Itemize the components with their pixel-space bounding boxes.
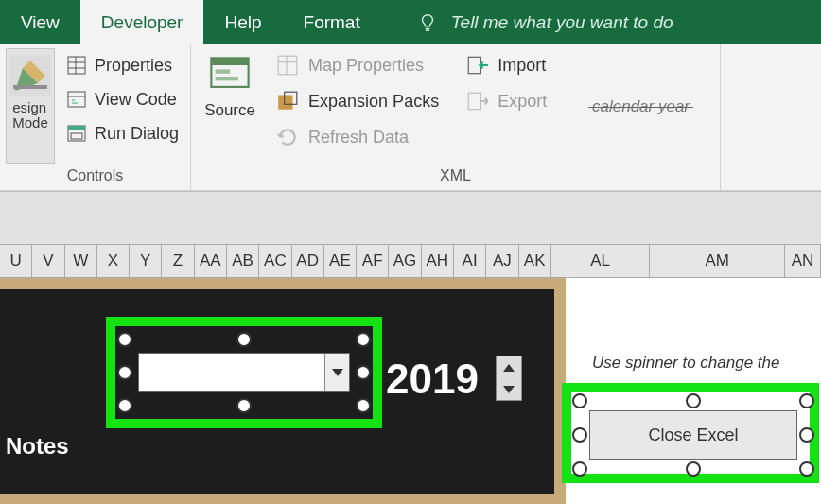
selection-handle[interactable]: [799, 393, 814, 408]
column-header[interactable]: AH: [422, 245, 454, 277]
selection-handle[interactable]: [356, 398, 371, 413]
selection-handle[interactable]: [356, 332, 371, 347]
column-header[interactable]: AA: [195, 245, 227, 277]
column-header[interactable]: AN: [785, 245, 821, 277]
selection-handle[interactable]: [117, 398, 132, 413]
selection-handle[interactable]: [356, 365, 371, 380]
formula-bar-area: [0, 191, 821, 244]
properties-icon: [66, 55, 87, 76]
map-properties-icon: [276, 54, 299, 77]
ribbon-tabs: View Developer Help Format Tell me what …: [0, 0, 821, 44]
selection-handle[interactable]: [572, 393, 587, 408]
svg-rect-3: [68, 57, 85, 74]
selection-handle[interactable]: [572, 461, 587, 477]
year-spinner[interactable]: [496, 356, 522, 401]
tab-format[interactable]: Format: [283, 0, 381, 44]
source-icon: [207, 54, 253, 96]
year-label: 2019: [386, 356, 479, 403]
spinner-up-button[interactable]: [497, 356, 521, 378]
source-label: Source: [204, 101, 255, 120]
spinner-down-button[interactable]: [497, 378, 521, 400]
svg-marker-25: [332, 369, 343, 376]
column-header[interactable]: AG: [389, 245, 421, 277]
tab-help[interactable]: Help: [203, 0, 282, 44]
combobox-selection[interactable]: [125, 339, 363, 406]
design-mode-label-1: esign: [12, 99, 46, 115]
selection-handle[interactable]: [799, 427, 814, 443]
close-excel-button[interactable]: Close Excel: [589, 410, 797, 460]
svg-rect-13: [211, 58, 248, 65]
svg-rect-22: [468, 93, 480, 109]
notes-heading: Notes: [6, 433, 69, 460]
svg-rect-10: [68, 126, 85, 130]
export-icon: [465, 90, 488, 113]
column-header[interactable]: X: [97, 245, 130, 277]
combobox-dropdown-button[interactable]: [324, 354, 349, 391]
svg-rect-15: [216, 77, 238, 80]
selection-handle[interactable]: [686, 461, 701, 477]
selection-handle[interactable]: [686, 393, 701, 408]
expansion-packs-label: Expansion Packs: [308, 92, 439, 112]
column-header[interactable]: AJ: [486, 245, 518, 277]
design-mode-icon: [9, 55, 51, 96]
svg-marker-24: [503, 386, 515, 393]
run-dialog-label: Run Dialog: [95, 124, 179, 144]
export-button: Export: [462, 84, 550, 118]
map-properties-button: Map Properties: [272, 48, 443, 82]
column-header[interactable]: AF: [357, 245, 389, 277]
svg-rect-7: [68, 92, 85, 107]
group-controls: esignMode Properties View Code Run Dialo…: [0, 44, 191, 190]
column-header[interactable]: V: [32, 245, 64, 277]
column-header[interactable]: Z: [162, 245, 194, 277]
column-header[interactable]: W: [65, 245, 97, 277]
source-button[interactable]: Source: [197, 48, 263, 164]
tab-view[interactable]: View: [0, 0, 80, 44]
view-code-icon: [66, 89, 87, 110]
column-header[interactable]: AE: [324, 245, 357, 277]
column-header[interactable]: AC: [259, 245, 291, 277]
column-header[interactable]: AI: [454, 245, 486, 277]
column-header[interactable]: AM: [650, 245, 785, 277]
map-properties-label: Map Properties: [308, 56, 424, 76]
selection-handle[interactable]: [799, 461, 814, 477]
selection-handle[interactable]: [236, 398, 252, 413]
selection-handle[interactable]: [117, 365, 132, 380]
selection-handle[interactable]: [572, 427, 587, 443]
export-label: Export: [498, 92, 547, 112]
tab-developer[interactable]: Developer: [80, 0, 204, 44]
tell-me-search[interactable]: Tell me what you want to do: [381, 0, 673, 44]
design-mode-button[interactable]: esignMode: [6, 48, 55, 164]
svg-marker-23: [503, 364, 515, 372]
column-header[interactable]: Y: [130, 245, 162, 277]
hint-text-line1: Use spinner to change the: [592, 352, 810, 375]
refresh-icon: [276, 126, 299, 148]
svg-rect-14: [216, 69, 230, 73]
hint-text-line2: calendar year: [592, 97, 690, 116]
selection-handle[interactable]: [117, 332, 132, 347]
view-code-button[interactable]: View Code: [61, 82, 184, 116]
run-dialog-icon: [66, 123, 87, 144]
expansion-packs-button[interactable]: Expansion Packs: [272, 84, 443, 118]
xml-group-label: XML: [191, 164, 720, 190]
run-dialog-button[interactable]: Run Dialog: [61, 116, 184, 150]
ribbon-body: esignMode Properties View Code Run Dialo…: [0, 44, 821, 191]
svg-rect-19: [278, 95, 292, 109]
close-button-selection[interactable]: Close Excel: [580, 401, 807, 469]
column-header[interactable]: AB: [227, 245, 259, 277]
properties-button[interactable]: Properties: [61, 48, 184, 82]
column-header[interactable]: AK: [519, 245, 551, 277]
combobox-control[interactable]: [138, 353, 350, 392]
tell-me-placeholder: Tell me what you want to do: [451, 12, 673, 33]
column-header[interactable]: AD: [292, 245, 324, 277]
lightbulb-icon: [417, 12, 438, 33]
column-header[interactable]: AL: [551, 245, 651, 277]
view-code-label: View Code: [95, 90, 177, 110]
refresh-data-label: Refresh Data: [308, 128, 409, 148]
import-label: Import: [498, 56, 546, 76]
design-mode-label-2: Mode: [12, 114, 48, 130]
column-header[interactable]: U: [0, 245, 32, 277]
column-headers[interactable]: UVWXYZAAABACADAEAFAGAHAIAJAKALAMAN: [0, 244, 821, 278]
selection-handle[interactable]: [236, 332, 252, 347]
svg-rect-2: [13, 85, 47, 89]
import-button[interactable]: Import: [462, 48, 550, 82]
